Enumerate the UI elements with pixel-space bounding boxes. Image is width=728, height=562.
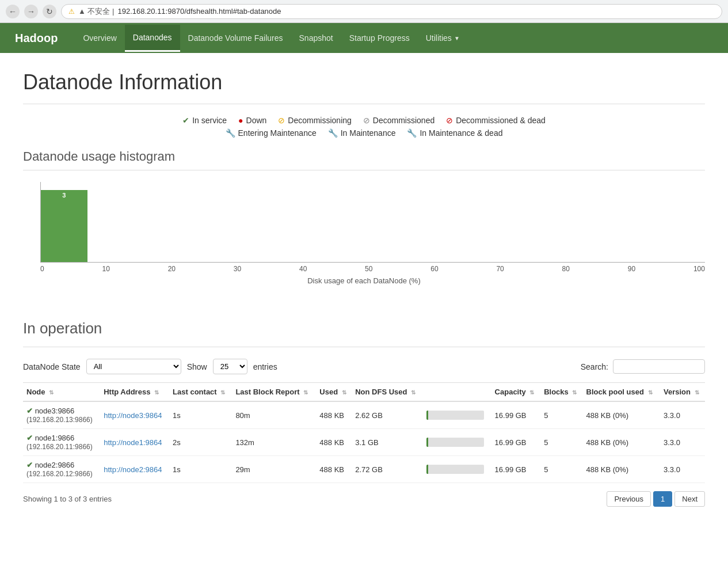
col-last-block-report[interactable]: Last Block Report ⇅: [232, 383, 316, 402]
cell-capacity-val-2: 16.99 GB: [491, 456, 541, 483]
state-select[interactable]: All In Service Decommissioning Decommiss…: [86, 359, 181, 374]
table-controls-right: Search:: [581, 359, 705, 374]
in-operation-section: In operation DataNode State All In Servi…: [23, 320, 705, 507]
sort-icon-last-contact: ⇅: [220, 389, 225, 396]
sort-icon-non-dfs: ⇅: [411, 389, 416, 396]
histogram-container: 3 0 10 20 30 40 50 60 70 80 90 100 Disk …: [23, 170, 705, 302]
data-table: Node ⇅ Http Address ⇅ Last contact ⇅ Las…: [23, 382, 705, 483]
cell-capacity-bar-2: [423, 456, 491, 483]
col-block-pool-used[interactable]: Block pool used ⇅: [583, 383, 661, 402]
cell-blocks-2: 5: [540, 456, 582, 483]
entries-label: entries: [253, 362, 277, 371]
http-link-2[interactable]: http://node2:9864: [104, 465, 162, 474]
back-button[interactable]: ←: [6, 5, 20, 18]
reload-button[interactable]: ↻: [43, 5, 56, 18]
search-label: Search:: [581, 362, 608, 371]
x-axis-labels: 0 10 20 30 40 50 60 70 80 90 100: [23, 265, 705, 273]
cell-version-0: 3.3.0: [660, 401, 705, 429]
cell-used-2: 488 KB: [316, 456, 352, 483]
http-link-0[interactable]: http://node3:9864: [104, 411, 162, 420]
x-axis-title: Disk usage of each DataNode (%): [23, 276, 705, 285]
cell-used-1: 488 KB: [316, 429, 352, 456]
decommissioned-dead-icon: ⊘: [446, 116, 453, 125]
nav-startup-progress[interactable]: Startup Progress: [341, 25, 418, 51]
legend-down-label: Down: [246, 116, 267, 125]
brand[interactable]: Hadoop: [9, 24, 63, 53]
table-header-row: Node ⇅ Http Address ⇅ Last contact ⇅ Las…: [23, 383, 705, 402]
col-blocks[interactable]: Blocks ⇅: [540, 383, 582, 402]
legend-in-service-label: In service: [192, 116, 227, 125]
legend-decommissioning: ⊘ Decommissioning: [278, 116, 351, 125]
checkmark-icon: ✔: [182, 116, 189, 125]
cell-http-1: http://node1:9864: [100, 429, 169, 456]
col-used[interactable]: Used ⇅: [316, 383, 352, 402]
divider: [23, 104, 705, 104]
sort-icon-node: ⇅: [49, 389, 54, 396]
decommissioned-icon: ⊘: [363, 116, 370, 125]
col-node[interactable]: Node ⇅: [23, 383, 100, 402]
cell-used-0: 488 KB: [316, 401, 352, 429]
security-icon: ⚠: [68, 7, 75, 16]
search-input[interactable]: [613, 359, 705, 374]
col-capacity-bar: [423, 383, 491, 402]
nav-utilities[interactable]: Utilities ▼: [418, 25, 468, 51]
state-label: DataNode State: [23, 362, 81, 371]
capacity-bar-fill-0: [426, 411, 428, 420]
col-version[interactable]: Version ⇅: [660, 383, 705, 402]
table-row: ✔ node2:9866 (192.168.20.12:9866) http:/…: [23, 456, 705, 483]
navbar: Hadoop Overview Datanodes Datanode Volum…: [0, 23, 728, 53]
cell-blocks-1: 5: [540, 429, 582, 456]
legend-in-maintenance-label: In Maintenance: [341, 128, 396, 138]
cell-last-contact-1: 2s: [169, 429, 232, 456]
col-capacity[interactable]: Capacity ⇅: [491, 383, 541, 402]
in-operation-divider: [23, 347, 705, 347]
previous-button[interactable]: Previous: [607, 491, 651, 507]
http-link-1[interactable]: http://node1:9864: [104, 438, 162, 447]
legend-decommissioned-dead-label: Decommissioned & dead: [456, 116, 546, 125]
page-title: Datanode Information: [23, 70, 705, 94]
node-sub-2: (192.168.20.12:9866): [26, 470, 93, 478]
table-footer: Showing 1 to 3 of 3 entries Previous 1 N…: [23, 491, 705, 507]
check-icon-1: ✔: [26, 434, 33, 442]
nav-snapshot[interactable]: Snapshot: [291, 25, 341, 51]
nav-datanodes[interactable]: Datanodes: [125, 25, 180, 52]
nav-overview[interactable]: Overview: [75, 25, 124, 51]
col-non-dfs-used[interactable]: Non DFS Used ⇅: [352, 383, 423, 402]
in-maintenance-icon: 🔧: [328, 128, 338, 138]
legend-decommissioned-label: Decommissioned: [373, 116, 434, 125]
legend: ✔ In service ● Down ⊘ Decommissioning ⊘ …: [23, 116, 705, 138]
node-name-0: node3:9866: [35, 407, 75, 415]
decommissioning-icon: ⊘: [278, 116, 285, 125]
show-select[interactable]: 10 25 50 100: [213, 359, 247, 374]
node-sub-0: (192.168.20.13:9866): [26, 416, 93, 424]
entering-maintenance-icon: 🔧: [226, 128, 235, 138]
bar-value: 3: [62, 190, 66, 199]
cell-node-2: ✔ node2:9866 (192.168.20.12:9866): [23, 456, 100, 483]
cell-block-pool-1: 488 KB (0%): [583, 429, 661, 456]
main-content: Datanode Information ✔ In service ● Down…: [0, 53, 728, 524]
cell-blocks-0: 5: [540, 401, 582, 429]
sort-icon-blocks: ⇅: [572, 389, 577, 396]
legend-in-maintenance: 🔧 In Maintenance: [328, 128, 396, 138]
capacity-bar-wrap-0: [426, 411, 484, 420]
nav-datanode-volume-failures[interactable]: Datanode Volume Failures: [180, 25, 291, 51]
cell-last-block-0: 80m: [232, 401, 316, 429]
cell-non-dfs-1: 3.1 GB: [352, 429, 423, 456]
address-bar[interactable]: ⚠ ▲ 不安全 | 192.168.20.11:9870/dfshealth.h…: [61, 4, 722, 19]
col-last-contact[interactable]: Last contact ⇅: [169, 383, 232, 402]
page-1-button[interactable]: 1: [653, 491, 672, 507]
cell-http-2: http://node2:9864: [100, 456, 169, 483]
sort-icon-block-pool: ⇅: [648, 389, 653, 396]
legend-down: ● Down: [238, 116, 266, 125]
cell-capacity-bar-0: [423, 401, 491, 429]
cell-last-block-2: 29m: [232, 456, 316, 483]
sort-icon-http: ⇅: [154, 389, 159, 396]
sort-icon-used: ⇅: [342, 389, 346, 396]
forward-button[interactable]: →: [24, 5, 38, 18]
next-button[interactable]: Next: [674, 491, 705, 507]
col-http-address[interactable]: Http Address ⇅: [100, 383, 169, 402]
url-text: ▲ 不安全 |: [78, 6, 114, 17]
legend-decommissioning-label: Decommissioning: [288, 116, 351, 125]
node-sub-1: (192.168.20.11:9866): [26, 443, 93, 451]
in-maintenance-dead-icon: 🔧: [407, 128, 417, 138]
